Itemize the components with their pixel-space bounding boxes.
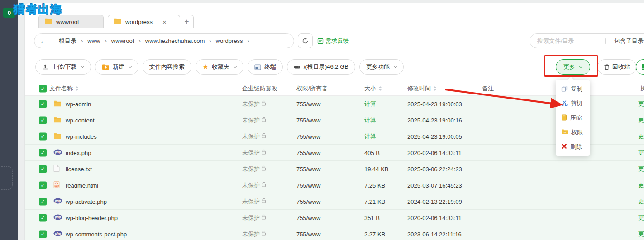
column-header-size[interactable]: 大小 [364,85,382,93]
permission-owner[interactable]: 755/www [296,100,320,107]
lock-icon [262,231,266,237]
tamper-status[interactable]: 未保护 [242,230,266,238]
close-icon[interactable]: × [162,19,167,25]
table-row[interactable]: ✓phpwp-comments-post.php未保护755/www2.27 K… [25,226,644,240]
file-name[interactable]: wp-comments-post.php [66,231,127,237]
row-checkbox[interactable]: ✓ [39,149,47,156]
disk-button[interactable]: /(根目录)46.2 GB [287,59,355,75]
search-bar[interactable]: 搜索文件/目录 包含子目录 [530,33,644,48]
row-checkbox[interactable]: ✓ [39,132,47,140]
row-more-link[interactable]: 更多 [638,132,644,141]
permission-owner[interactable]: 755/www [296,231,320,237]
file-name[interactable]: license.txt [66,165,92,172]
row-more-link[interactable]: 更多 [638,100,644,108]
row-checkbox[interactable]: ✓ [39,198,47,205]
more-features-button[interactable]: 更多功能 [359,59,404,75]
sort-icon[interactable] [75,86,79,91]
back-button[interactable]: ← [34,34,52,48]
subdir-checkbox[interactable] [605,38,611,44]
table-row[interactable]: ✓phpwp-blog-header.php未保护755/www351 B202… [25,210,644,226]
breadcrumb-item[interactable]: 根目录 [59,37,76,45]
menu-item-压缩[interactable]: 压缩 [556,111,590,125]
svg-text:?: ? [564,131,565,133]
table-row[interactable]: ✓wp-admin未保护755/www计算2025-04-23 19:00:03… [25,96,644,112]
tamper-status[interactable]: 未保护 [242,181,266,189]
recycle-bin-button[interactable]: 回收站 [597,59,636,75]
permission-owner[interactable]: 755/www [296,133,320,140]
row-checkbox[interactable]: ✓ [39,165,47,173]
more-button[interactable]: 更多 [556,59,590,75]
row-checkbox[interactable]: ✓ [39,100,47,108]
new-button[interactable]: 新建 [95,59,138,75]
breadcrumb-item[interactable]: www [87,38,100,44]
permission-owner[interactable]: 755/www [296,214,320,221]
row-more-link[interactable]: 更多 [638,181,644,189]
file-size-compute-link[interactable]: 计算 [364,100,376,108]
row-more-link[interactable]: 更多 [638,214,644,222]
breadcrumb-item[interactable]: www.liezhechuhai.com [145,38,205,44]
terminal-button[interactable]: 终端 [248,59,283,75]
file-name[interactable]: index.php [66,149,91,156]
search-input[interactable]: 搜索文件/目录 [537,37,605,45]
file-name[interactable]: wp-blog-header.php [66,214,118,221]
menu-item-剪切[interactable]: 剪切 [556,96,590,111]
breadcrumb-item[interactable]: wordpress [216,38,243,44]
menu-item-删除[interactable]: 删除 [556,140,590,154]
tamper-status[interactable]: 未保护 [242,100,266,108]
row-more-link[interactable]: 更多 [638,165,644,173]
select-all-checkbox[interactable]: ✓ [39,85,47,93]
file-name[interactable]: wp-includes [66,133,97,140]
row-more-link[interactable]: 更多 [638,230,644,238]
permission-owner[interactable]: 755/www [296,149,320,156]
row-more-link[interactable]: 更多 [638,116,644,124]
file-name[interactable]: wp-activate.php [66,198,107,205]
table-row[interactable]: ✓license.txt未保护755/www19.44 KB2025-03-06… [25,161,644,177]
file-name[interactable]: wp-content [66,117,95,123]
tamper-status[interactable]: 未保护 [242,214,266,222]
menu-item-复制[interactable]: 复制 [556,82,590,96]
include-subdir-option[interactable]: 包含子目录 [605,37,644,45]
upload-download-button[interactable]: 上传/下载 [35,59,91,75]
breadcrumb-item[interactable]: wwwroot [111,38,134,44]
row-checkbox[interactable]: ✓ [39,230,47,238]
checkbox-checked-icon: ✓ [39,100,47,108]
table-row[interactable]: ✓<>HTMLreadme.html未保护755/www7.25 KB2025-… [25,177,644,193]
row-more-link[interactable]: 更多 [638,198,644,206]
table-row[interactable]: ✓wp-content未保护755/www计算2025-04-23 19:00:… [25,112,644,128]
row-checkbox[interactable]: ✓ [39,116,47,124]
favorites-label: 收藏夹 [212,63,229,71]
content-search-button[interactable]: 文件内容搜索 [143,59,191,75]
row-checkbox[interactable]: ✓ [39,181,47,189]
favorites-button[interactable]: ★ 收藏夹 [196,59,243,75]
breadcrumb-separator-icon: › [209,38,211,44]
tab-wwwroot[interactable]: wwwroot [38,15,104,28]
file-size-compute-link[interactable]: 计算 [364,116,376,124]
column-header-name[interactable]: 文件名称 [49,85,79,93]
sort-icon[interactable] [378,86,382,91]
sort-icon[interactable] [433,86,437,91]
file-size-compute-link[interactable]: 计算 [364,132,376,141]
new-tab-button[interactable]: + [180,15,194,28]
permission-owner[interactable]: 755/www [296,182,320,188]
tamper-status[interactable]: 未保护 [242,116,266,124]
file-name[interactable]: readme.html [66,182,98,188]
tamper-status[interactable]: 未保护 [242,198,266,206]
tamper-status[interactable]: 未保护 [242,149,266,157]
tamper-status[interactable]: 未保护 [242,132,266,141]
column-header-mtime[interactable]: 修改时间 [407,85,437,93]
table-row[interactable]: ✓phpwp-activate.php未保护755/www7.21 KB2024… [25,193,644,210]
permission-owner[interactable]: 755/www [296,198,320,205]
row-more-link[interactable]: 更多 [638,149,644,157]
table-row[interactable]: ✓phpindex.php未保护755/www405 B2020-02-06 1… [25,145,644,161]
breadcrumb-separator-icon: › [81,38,83,44]
menu-item-权限[interactable]: ?权限 [556,125,590,140]
feedback-link[interactable]: 需求反馈 [317,37,349,45]
permission-owner[interactable]: 755/www [296,165,320,172]
table-row[interactable]: ✓wp-includes未保护755/www计算2025-04-23 19:00… [25,128,644,145]
row-checkbox[interactable]: ✓ [39,214,47,221]
file-name[interactable]: wp-admin [66,100,91,107]
permission-owner[interactable]: 755/www [296,117,320,123]
tab-wordpress[interactable]: wordpress× [108,15,180,28]
refresh-button[interactable] [298,33,313,48]
tamper-status[interactable]: 未保护 [242,165,266,173]
